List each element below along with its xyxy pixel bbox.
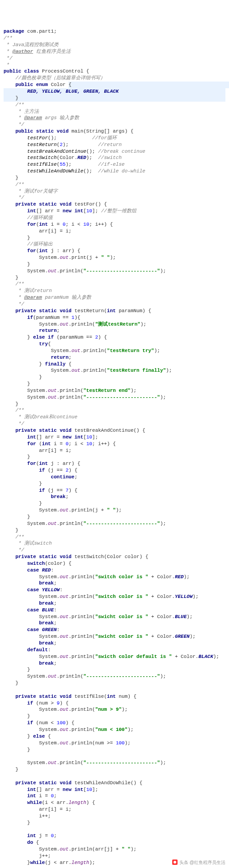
javadoc-open: /** bbox=[4, 35, 13, 41]
main-sig: main(String[] args) { bbox=[68, 129, 133, 134]
pkg-name: com.part1; bbox=[24, 29, 57, 34]
class-desc: Java流程控制测试类 bbox=[9, 42, 59, 47]
testfor-sig: testFor() { bbox=[72, 202, 107, 207]
author-val: 红鱼程序员生活 bbox=[33, 49, 71, 54]
class-decl: ProcessControl { bbox=[39, 69, 89, 74]
main-desc: 主方法 bbox=[21, 109, 39, 114]
toutiao-icon bbox=[172, 859, 178, 865]
comment-enum: //颜色枚举类型（后续篇章会详细书写） bbox=[15, 75, 105, 81]
watermark: 头条 @红鱼程序员生活 bbox=[172, 859, 225, 866]
kw-package: package bbox=[4, 29, 24, 34]
author-tag: @author bbox=[13, 49, 33, 54]
code-block: package com.part1; /** * Java流程控制测试类 * @… bbox=[4, 28, 225, 868]
highlighted-line: { bbox=[68, 82, 229, 88]
watermark-text: 头条 @红鱼程序员生活 bbox=[179, 860, 225, 865]
enum-values: RED, YELLOW, BLUE, GREEN, BLACK bbox=[27, 89, 119, 94]
